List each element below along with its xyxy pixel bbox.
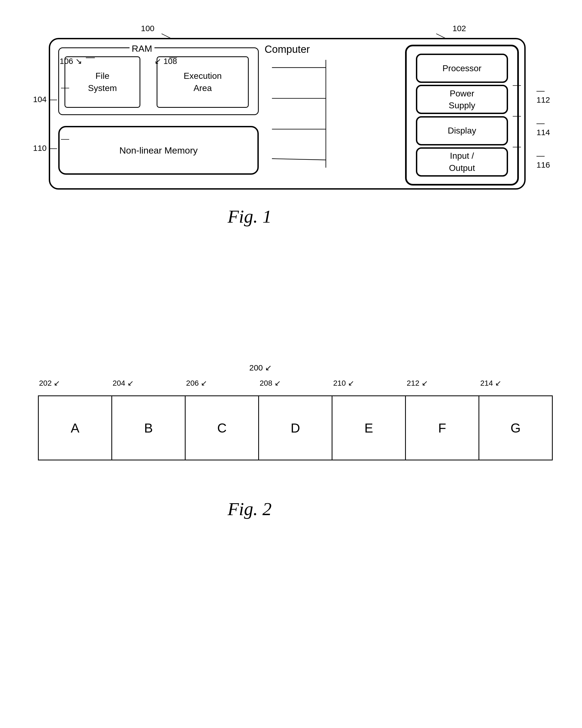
fig2-ref-labels: 202 ↙ 204 ↙ 206 ↙ 208 ↙ 210 ↙ 212 ↙ 214 … (38, 379, 553, 388)
nonlinear-memory-label: Non-linear Memory (119, 145, 198, 156)
ref-110: 110 — (33, 144, 57, 153)
fig2-caption: Fig. 2 (228, 498, 272, 520)
cell-a: A (39, 396, 112, 460)
nonlinear-memory-box: Non-linear Memory (58, 126, 259, 175)
input-output-box: Input /Output (416, 147, 508, 177)
left-section: RAM FileSystem ExecutionArea Non-linear … (58, 47, 280, 180)
power-supply-label: PowerSupply (449, 87, 475, 112)
array-table: A B C D E F G (38, 395, 553, 461)
display-label: Display (448, 125, 476, 137)
right-section: Processor PowerSupply Display Input /Out… (405, 45, 519, 185)
ref-100: 100 (141, 24, 154, 33)
cell-d: D (259, 396, 332, 460)
display-box: Display (416, 116, 508, 146)
ref-214: 214 ↙ (479, 379, 553, 388)
ref-206: 206 ↙ (185, 379, 258, 388)
ref-208: 208 ↙ (258, 379, 332, 388)
fig1-caption: Fig. 1 (228, 206, 272, 227)
ref-210: 210 ↙ (332, 379, 406, 388)
cell-c: C (185, 396, 259, 460)
ref-102: 102 (453, 24, 466, 33)
cell-e: E (332, 396, 406, 460)
file-system-label: FileSystem (88, 70, 117, 94)
fig1-diagram: 100 102 Computer RAM FileSystem Executio… (22, 16, 558, 211)
ref-104: 104 — (33, 95, 57, 104)
ram-label: RAM (129, 43, 154, 54)
cell-f: F (406, 396, 479, 460)
power-supply-box: PowerSupply (416, 85, 508, 114)
cell-g: G (479, 396, 552, 460)
input-output-label: Input /Output (449, 150, 475, 174)
processor-label: Processor (442, 62, 481, 75)
ref-112: — 112 (536, 86, 558, 105)
ref-212: 212 ↙ (406, 379, 479, 388)
ref-114: — 114 (536, 119, 558, 137)
processor-box: Processor (416, 54, 508, 83)
ref-116: — 116 (536, 151, 558, 170)
ref-108: ↙ 108 (154, 56, 177, 66)
computer-outer-box: Computer RAM FileSystem ExecutionArea No… (49, 38, 526, 189)
cell-b: B (112, 396, 185, 460)
ref-202: 202 ↙ (38, 379, 111, 388)
ref-106: 106 ↘ (59, 56, 82, 66)
ref-204: 204 ↙ (111, 379, 185, 388)
execution-area-label: ExecutionArea (184, 70, 222, 94)
ref-200: 200 ↙ (249, 363, 272, 372)
